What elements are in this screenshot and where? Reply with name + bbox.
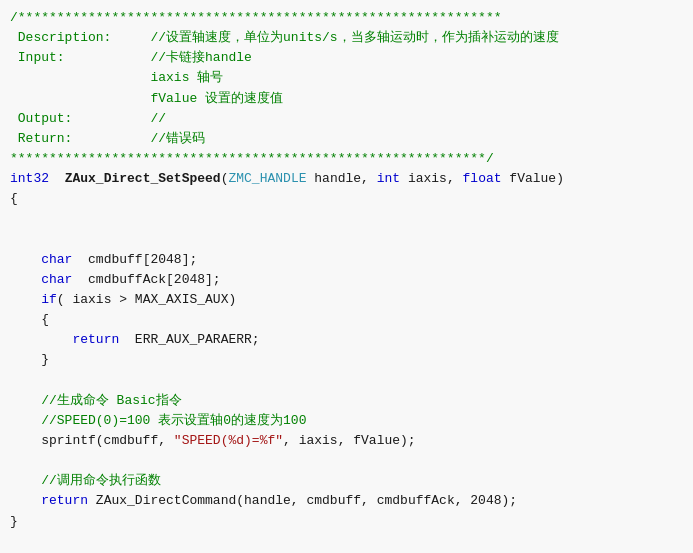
code-line-10: { [10, 189, 683, 209]
code-line-18: } [10, 350, 683, 370]
code-line-12 [10, 230, 683, 250]
code-line-9: int32 ZAux_Direct_SetSpeed(ZMC_HANDLE ha… [10, 169, 683, 189]
code-editor: /***************************************… [0, 0, 693, 553]
code-line-13: char cmdbuff[2048]; [10, 250, 683, 270]
code-line-25: return ZAux_DirectCommand(handle, cmdbuf… [10, 491, 683, 511]
code-line-23 [10, 451, 683, 471]
code-line-6: Output: // [10, 109, 683, 129]
code-line-1: /***************************************… [10, 8, 683, 28]
code-line-3: Input: //卡链接handle [10, 48, 683, 68]
code-line-19 [10, 371, 683, 391]
code-line-22: sprintf(cmdbuff, "SPEED(%d)=%f", iaxis, … [10, 431, 683, 451]
code-line-24: //调用命令执行函数 [10, 471, 683, 491]
code-line-17: return ERR_AUX_PARAERR; [10, 330, 683, 350]
code-line-5: fValue 设置的速度值 [10, 89, 683, 109]
code-line-26: } [10, 512, 683, 532]
code-line-20: //生成命令 Basic指令 [10, 391, 683, 411]
code-line-8: ****************************************… [10, 149, 683, 169]
code-line-14: char cmdbuffAck[2048]; [10, 270, 683, 290]
code-line-15: if( iaxis > MAX_AXIS_AUX) [10, 290, 683, 310]
code-line-21: //SPEED(0)=100 表示设置轴0的速度为100 [10, 411, 683, 431]
code-line-7: Return: //错误码 [10, 129, 683, 149]
code-line-2: Description: //设置轴速度，单位为units/s，当多轴运动时，作… [10, 28, 683, 48]
code-line-11 [10, 209, 683, 229]
code-line-16: { [10, 310, 683, 330]
code-line-4: iaxis 轴号 [10, 68, 683, 88]
